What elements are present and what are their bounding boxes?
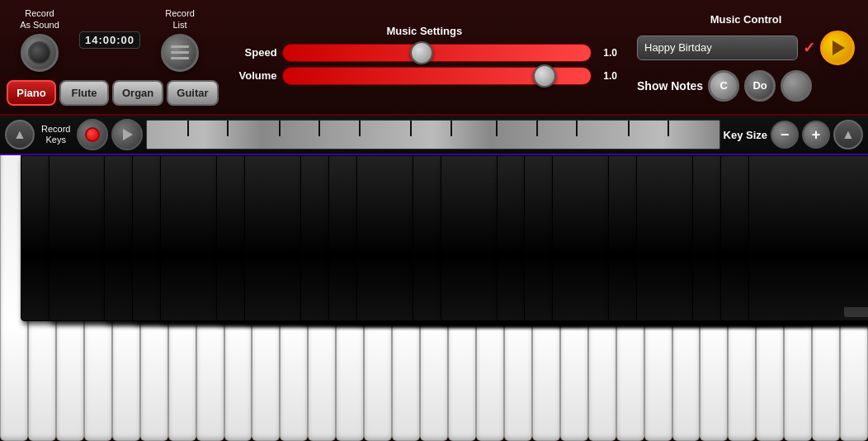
record-keys-label: Record Keys [41, 124, 70, 145]
record-sound-inner [28, 41, 51, 64]
mini-black-key [576, 121, 578, 136]
speed-value: 1.0 [597, 47, 617, 59]
top-bar: Record As Sound 14:00:00 Record List [0, 0, 868, 116]
mini-black-key [628, 121, 630, 136]
record-button[interactable] [77, 119, 108, 150]
note-c-label: C [719, 79, 727, 92]
mini-keyboard-visual [147, 121, 719, 149]
note-do-label: Do [752, 79, 767, 92]
note-c-button[interactable]: C [708, 70, 739, 102]
play-triangle-icon [833, 40, 845, 55]
piano-keyboard[interactable] [0, 155, 868, 441]
speed-row: Speed 1.0 [232, 44, 617, 62]
organ-button[interactable]: Organ [112, 80, 163, 106]
record-dot-icon [85, 127, 100, 142]
note-extra-button[interactable] [781, 70, 812, 102]
mini-black-key [227, 121, 229, 136]
record-sound-section: Record As Sound [7, 8, 73, 71]
notes-row: Show Notes C Do [637, 70, 855, 102]
mini-black-key [451, 121, 452, 136]
mini-black-key [536, 121, 538, 136]
mini-black-key [279, 121, 281, 136]
record-list-label: Record List [165, 8, 194, 30]
speed-slider[interactable] [282, 44, 592, 62]
timer-display: 14:00:00 [79, 31, 140, 49]
key-size-label: Key Size [724, 129, 767, 141]
key-size-decrease-button[interactable]: − [771, 121, 799, 149]
left-section: Record As Sound 14:00:00 Record List [7, 8, 219, 105]
volume-row: Volume 1.0 [232, 67, 617, 85]
note-do-button[interactable]: Do [744, 70, 776, 102]
mini-black-key [359, 121, 361, 136]
checkmark-icon: ✓ [803, 39, 815, 57]
volume-label: Volume [232, 69, 277, 82]
music-settings-section: Music Settings Speed 1.0 Volume 1.0 [225, 21, 624, 93]
piano-section [0, 155, 868, 441]
mini-black-key [187, 121, 189, 136]
svg-rect-2 [171, 57, 189, 59]
flute-button[interactable]: Flute [59, 80, 109, 106]
volume-thumb[interactable] [533, 64, 556, 88]
play-song-button[interactable] [820, 31, 855, 65]
key-size-increase-button[interactable]: + [802, 121, 830, 149]
svg-rect-1 [171, 51, 189, 54]
volume-slider[interactable] [282, 67, 592, 85]
mini-black-key [496, 121, 498, 136]
key-size-section: Key Size − + ▲ [724, 120, 863, 149]
speed-thumb[interactable] [410, 41, 433, 64]
mini-black-key [668, 121, 669, 136]
scroll-up-right-button[interactable]: ▲ [833, 120, 863, 149]
piano-button[interactable]: Piano [7, 80, 56, 106]
mini-black-key [410, 121, 412, 136]
guitar-button[interactable]: Guitar [167, 80, 218, 106]
music-control-section: Music Control Happy Birtday ✓ Show Notes… [630, 10, 861, 105]
play-button[interactable] [111, 119, 143, 150]
black-key[interactable] [748, 155, 868, 321]
record-keys-bar: ▲ Record Keys [0, 116, 868, 155]
instrument-buttons: Piano Flute Organ Guitar [7, 80, 219, 106]
show-notes-label: Show Notes [637, 79, 703, 92]
music-settings-title: Music Settings [386, 25, 462, 37]
piano-roll-strip [146, 120, 719, 149]
song-dropdown[interactable]: Happy Birtday [637, 36, 798, 60]
scroll-up-button[interactable]: ▲ [5, 120, 35, 149]
left-top-row: Record As Sound 14:00:00 Record List [7, 8, 219, 71]
speed-label: Speed [232, 46, 277, 59]
record-list-section: Record List [147, 8, 213, 71]
volume-value: 1.0 [597, 70, 617, 82]
record-sound-button[interactable] [21, 34, 59, 72]
record-sound-label: Record As Sound [20, 8, 59, 30]
play-icon [123, 129, 133, 140]
song-row: Happy Birtday ✓ [637, 31, 855, 65]
record-list-button[interactable] [161, 34, 199, 72]
mini-keys-bg [147, 121, 719, 149]
list-icon [169, 44, 191, 62]
music-control-title: Music Control [637, 13, 855, 26]
svg-rect-0 [171, 45, 189, 48]
mini-black-key [318, 121, 320, 136]
